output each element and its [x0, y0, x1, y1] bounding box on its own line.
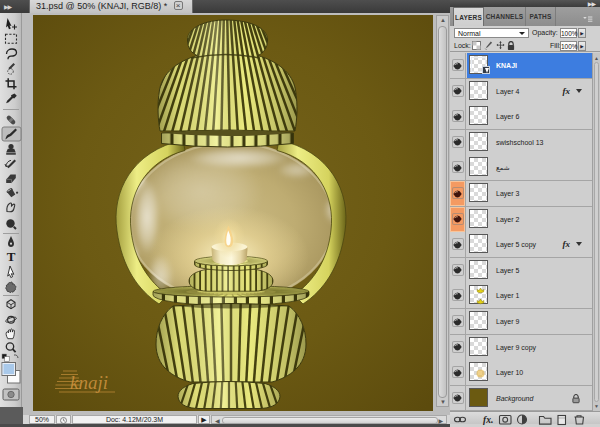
svg-text:knaji: knaji [70, 372, 108, 393]
svg-text:T: T [7, 249, 16, 264]
svg-text:fx.: fx. [483, 415, 493, 425]
